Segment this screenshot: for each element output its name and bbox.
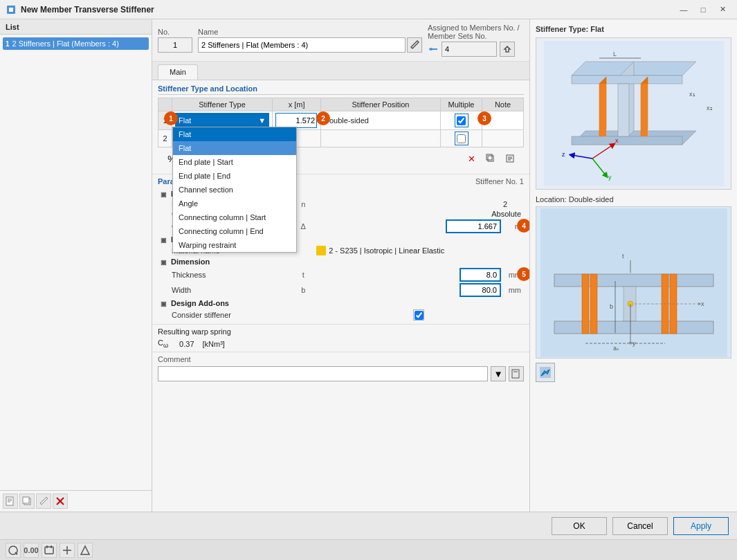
delete-row-button[interactable]: ✕ [463,150,480,167]
param-offset-type-value: Absolute [313,209,524,219]
consider-checkbox-wrapper[interactable] [413,309,424,320]
ok-button[interactable]: OK [552,517,607,535]
warp-row: Resulting warp spring [158,327,524,336]
multiple-checkbox-wrapper-2[interactable] [455,132,468,145]
param-consider-label: Consider stiffener [158,309,293,321]
multiple-cell-1[interactable]: 3 [441,111,482,130]
svg-rect-7 [23,497,29,503]
offset-unit: m [504,222,521,231]
param-consider-value[interactable] [313,309,524,321]
no-input[interactable] [158,37,192,53]
svg-rect-47 [590,274,597,334]
width-input[interactable] [460,283,501,297]
svg-text:x: x [701,300,704,307]
bottom-tool-1[interactable] [6,543,21,558]
multiple-checkbox-wrapper-1[interactable] [455,114,468,127]
dropdown-option-conn-end[interactable]: Connecting column | End [173,224,296,238]
delete-list-button[interactable] [53,494,68,509]
list-item[interactable]: 1 2 Stiffeners | Flat (Members : 4) [3,37,149,50]
dropdown-option-endplate-start[interactable]: End plate | Start [173,155,296,169]
graphic-3d-title: Stiffener Type: Flat [536,25,731,33]
col-multiple: Multiple [441,98,482,111]
type-dropdown-1[interactable]: Flat ▼ [175,113,269,128]
offset-input[interactable] [446,219,501,233]
no-label: No. [158,28,192,36]
param-width-symbol: b [293,282,313,298]
tab-bar: Main [152,62,529,80]
bottom-tool-5[interactable] [78,543,93,558]
svg-point-11 [430,48,433,51]
tab-main[interactable]: Main [158,64,198,80]
list-item-label: 2 Stiffeners | Flat (Members : 4) [12,39,119,48]
dropdown-option-angle[interactable]: Angle [173,197,296,210]
apply-button[interactable]: Apply [673,517,729,535]
dropdown-option-warping[interactable]: Warping restraint [173,238,296,252]
thickness-input[interactable] [460,268,501,282]
param-thickness-label: Thickness [158,267,293,282]
bottom-tool-3[interactable] [42,543,57,558]
warp-section: Resulting warp spring Cω 0.37 [kNm³] [152,324,529,352]
comment-dropdown-button[interactable]: ▼ [491,366,506,381]
graphic-button[interactable] [536,363,555,382]
position-cell-2 [321,130,441,147]
dropdown-option-endplate-end[interactable]: End plate | End [173,169,296,183]
dropdown-option-conn-start[interactable]: Connecting column | Start [173,210,296,224]
svg-text:L: L [613,51,617,57]
expand-multiple-icon: ▣ [161,191,167,198]
toolbar-right: ✕ [463,150,518,167]
paste-row-button[interactable] [502,150,518,167]
material-name-value: 2 - S235 | Isotropic | Linear Elastic [329,246,444,255]
new-button[interactable] [3,494,18,509]
group-design-label: Design Add-ons [171,299,229,307]
bottom-tool-2[interactable]: 0.00 [24,543,39,558]
svg-text:x: x [615,137,619,144]
bottom-tool-4[interactable] [60,543,75,558]
svg-rect-25 [572,75,682,84]
dropdown-option-channel[interactable]: Channel section [173,183,296,197]
svg-rect-27 [618,84,629,136]
col-position: Stiffener Position [321,98,441,111]
copy-row-button[interactable] [482,150,499,167]
param-offset-value[interactable]: m 4 [313,219,524,234]
svg-rect-29 [599,84,606,136]
multiple-checkbox-1[interactable] [457,116,466,125]
consider-checkbox-container [316,309,521,320]
svg-rect-19 [512,370,519,378]
assigned-edit-button[interactable] [500,42,515,57]
close-button[interactable]: ✕ [713,2,731,17]
note-cell-1 [482,111,524,130]
param-width-value[interactable]: mm [313,282,524,298]
comment-input[interactable] [158,366,488,381]
multiple-cell-2[interactable] [441,130,482,147]
dropdown-option-flat2[interactable]: Flat [173,141,296,155]
name-edit-button[interactable] [407,37,422,53]
group-dimension[interactable]: ▣ Dimension [158,256,524,267]
assigned-input[interactable] [442,42,497,57]
params-subtitle: Stiffener No. 1 [475,177,524,186]
multiple-checkbox-2[interactable] [457,134,466,143]
comment-label: Comment [158,355,524,363]
copy-button[interactable] [19,494,35,509]
3d-graphic-svg: x y z L x₁ x₂ [544,41,724,186]
rename-button[interactable] [36,494,51,509]
expand-dimension-icon: ▣ [161,259,167,266]
number-value: 2 [503,200,521,208]
param-thickness-value[interactable]: mm 5 [313,267,524,282]
dropdown-arrow: ▼ [258,116,266,125]
row-num-1: 1 [158,111,172,130]
consider-checkbox[interactable] [415,311,424,320]
group-design-addons[interactable]: ▣ Design Add-ons [158,298,524,309]
name-input[interactable] [198,37,406,53]
offset-value-display: m [316,219,521,233]
stiffener-section-title: Stiffener Type and Location [158,84,524,95]
maximize-button[interactable]: □ [694,2,712,17]
svg-rect-26 [572,136,682,145]
x-input-1[interactable] [275,113,317,128]
type-cell-1[interactable]: Flat ▼ Flat Flat End plate | Start [172,111,273,130]
cancel-button[interactable]: Cancel [612,517,668,535]
minimize-button[interactable]: — [675,2,693,17]
dropdown-option-flat1[interactable]: Flat [173,127,296,141]
window-title: New Member Transverse Stiffener [21,5,671,15]
comment-edit-button[interactable] [509,366,524,381]
main-content: Stiffener Type and Location Stiffener Ty… [152,80,529,512]
